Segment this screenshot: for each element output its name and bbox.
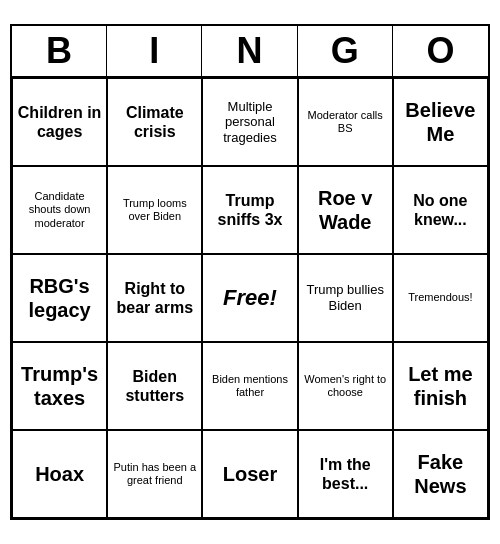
bingo-cell: Fake News [393, 430, 488, 518]
bingo-cell: Women's right to choose [298, 342, 393, 430]
bingo-cell: Biden mentions father [202, 342, 297, 430]
bingo-cell: Candidate shouts down moderator [12, 166, 107, 254]
bingo-cell: Moderator calls BS [298, 78, 393, 166]
bingo-cell: Biden stutters [107, 342, 202, 430]
bingo-cell: Trump's taxes [12, 342, 107, 430]
bingo-cell: Right to bear arms [107, 254, 202, 342]
bingo-cell: Putin has been a great friend [107, 430, 202, 518]
bingo-cell: Roe v Wade [298, 166, 393, 254]
bingo-header: BINGO [12, 26, 488, 78]
bingo-letter: O [393, 26, 488, 76]
bingo-cell: No one knew... [393, 166, 488, 254]
bingo-letter: B [12, 26, 107, 76]
bingo-cell: Trump sniffs 3x [202, 166, 297, 254]
bingo-cell: Let me finish [393, 342, 488, 430]
bingo-cell: Climate crisis [107, 78, 202, 166]
bingo-cell: Trump looms over Biden [107, 166, 202, 254]
bingo-cell: Loser [202, 430, 297, 518]
bingo-cell: I'm the best... [298, 430, 393, 518]
bingo-cell: Hoax [12, 430, 107, 518]
bingo-cell: Believe Me [393, 78, 488, 166]
bingo-cell: Multiple personal tragedies [202, 78, 297, 166]
bingo-cell: Tremendous! [393, 254, 488, 342]
bingo-letter: I [107, 26, 202, 76]
bingo-letter: G [298, 26, 393, 76]
bingo-card: BINGO Children in cagesClimate crisisMul… [10, 24, 490, 520]
bingo-cell: Free! [202, 254, 297, 342]
bingo-cell: Children in cages [12, 78, 107, 166]
bingo-grid: Children in cagesClimate crisisMultiple … [12, 78, 488, 518]
bingo-cell: Trump bullies Biden [298, 254, 393, 342]
bingo-cell: RBG's legacy [12, 254, 107, 342]
bingo-letter: N [202, 26, 297, 76]
